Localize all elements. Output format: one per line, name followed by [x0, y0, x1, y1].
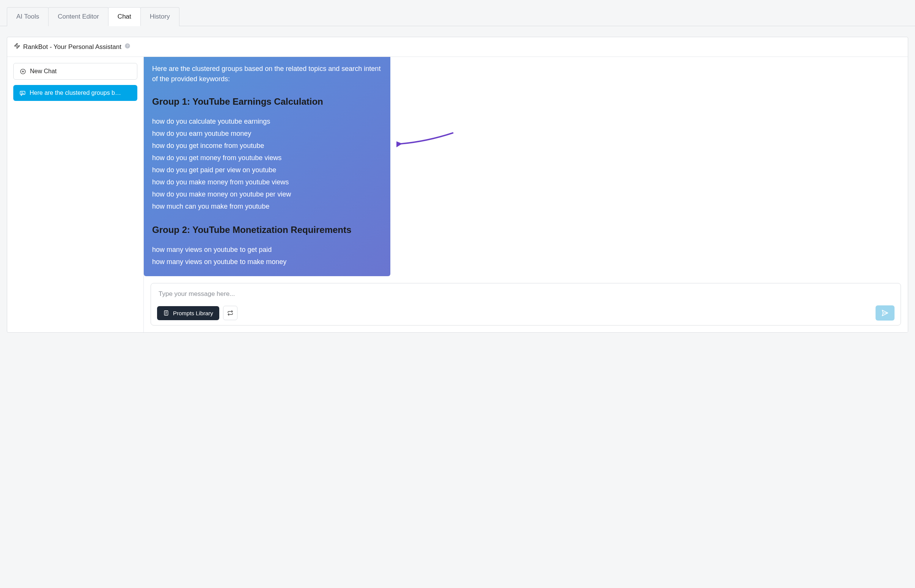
tab-chat[interactable]: Chat [108, 7, 141, 26]
repeat-button[interactable] [223, 306, 237, 320]
repeat-icon [227, 310, 233, 316]
keyword-item: how much can you make from youtube [152, 200, 382, 212]
document-icon [163, 310, 169, 316]
plus-circle-icon [20, 68, 26, 75]
keyword-item: how do you get money from youtube views [152, 152, 382, 164]
chat-sidebar: New Chat Here are the clustered groups b… [7, 57, 144, 332]
message-intro: Here are the clustered groups based on t… [152, 64, 382, 84]
keyword-item: how do you earn youtube money [152, 128, 382, 140]
new-chat-button[interactable]: New Chat [13, 63, 137, 80]
group1-list: how do you calculate youtube earnings ho… [152, 115, 382, 212]
tab-ai-tools[interactable]: AI Tools [7, 7, 48, 26]
chat-bubble-icon [19, 90, 26, 96]
pin-icon [14, 43, 20, 51]
annotation-arrow [397, 131, 455, 149]
new-chat-label: New Chat [30, 68, 56, 75]
chat-panel: RankBot - Your Personal Assistant ? New … [7, 37, 908, 333]
chat-main: Here are the clustered groups based on t… [144, 57, 908, 332]
svg-rect-5 [20, 91, 25, 94]
group1-heading: Group 1: YouTube Earnings Calculation [152, 95, 382, 108]
panel-header: RankBot - Your Personal Assistant ? [7, 37, 908, 57]
svg-text:?: ? [126, 44, 128, 48]
sidebar-chat-item[interactable]: Here are the clustered groups b… [13, 85, 137, 101]
prompts-library-label: Prompts Library [173, 310, 213, 317]
send-icon [881, 309, 889, 317]
group2-list: how many views on youtube to get paid ho… [152, 244, 382, 268]
keyword-item: how do you get paid per view on youtube [152, 164, 382, 176]
assistant-message: Here are the clustered groups based on t… [144, 57, 391, 276]
group2-heading: Group 2: YouTube Monetization Requiremen… [152, 223, 382, 237]
sidebar-chat-title: Here are the clustered groups b… [30, 89, 121, 96]
tab-content-editor[interactable]: Content Editor [48, 7, 108, 26]
keyword-item: how many views on youtube to get paid [152, 244, 382, 256]
tabs-bar: AI Tools Content Editor Chat History [0, 0, 915, 26]
help-icon[interactable]: ? [124, 43, 131, 51]
keyword-item: how do you make money from youtube views [152, 176, 382, 188]
keyword-item: how do you make money on youtube per vie… [152, 188, 382, 200]
keyword-item: how do you get income from youtube [152, 140, 382, 152]
tab-history[interactable]: History [140, 7, 179, 26]
message-input[interactable] [157, 289, 894, 305]
keyword-item: how do you calculate youtube earnings [152, 115, 382, 128]
send-button[interactable] [876, 305, 894, 321]
message-composer: Prompts Library [151, 283, 901, 325]
prompts-library-button[interactable]: Prompts Library [157, 306, 219, 320]
panel-title: RankBot - Your Personal Assistant [23, 43, 121, 51]
keyword-item: how many views on youtube to make money [152, 256, 382, 268]
